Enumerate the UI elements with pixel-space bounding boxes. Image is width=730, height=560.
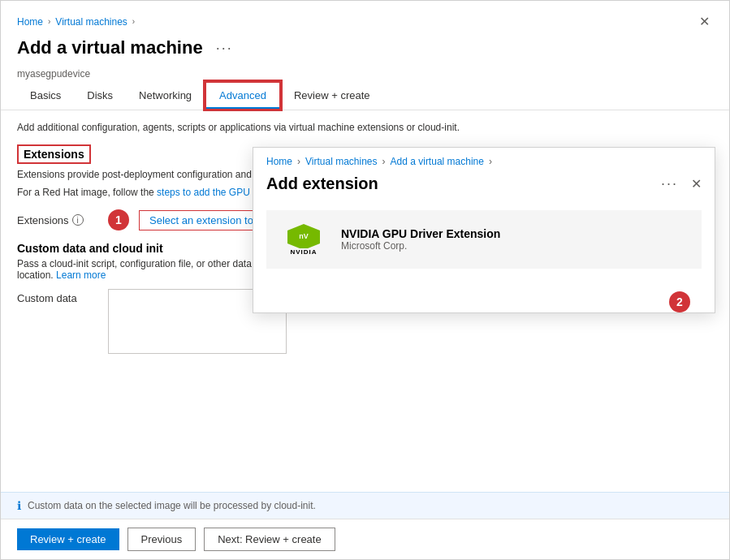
page-ellipsis-button[interactable]: ··· (211, 38, 238, 58)
tab-review[interactable]: Review + create (281, 81, 383, 110)
page-title: Add a virtual machine (17, 37, 203, 58)
svg-text:nV: nV (299, 232, 309, 240)
overlay-panel: Home › Virtual machines › Add a virtual … (253, 147, 715, 313)
extension-info: NVIDIA GPU Driver Extension Microsoft Co… (341, 227, 500, 252)
breadcrumb-vms[interactable]: Virtual machines (55, 16, 127, 28)
overlay-actions: ··· ✕ (656, 174, 702, 194)
info-bar-icon: ℹ (17, 499, 21, 512)
next-button[interactable]: Next: Review + create (204, 528, 335, 551)
custom-data-label: Custom data (17, 289, 98, 304)
breadcrumb-sep2: › (132, 17, 135, 26)
step2-badge: 2 (669, 291, 690, 312)
page-header: Add a virtual machine ··· (1, 32, 729, 68)
previous-button[interactable]: Previous (127, 528, 197, 551)
main-window: Home › Virtual machines › ✕ Add a virtua… (0, 0, 730, 560)
overlay-ellipsis-button[interactable]: ··· (656, 174, 683, 194)
overlay-title: Add extension (266, 174, 378, 193)
nvidia-logo: nV NVIDIA (279, 222, 328, 257)
tabs-bar: Basics Disks Networking Advanced Review … (1, 81, 729, 110)
footer: Review + create Previous Next: Review + … (1, 519, 729, 559)
tab-networking[interactable]: Networking (126, 81, 205, 110)
advanced-description: Add additional configuration, agents, sc… (17, 122, 713, 133)
top-bar: Home › Virtual machines › ✕ (1, 1, 729, 32)
overlay-breadcrumb-home[interactable]: Home (266, 156, 292, 167)
extensions-field-label: Extensions i (17, 214, 98, 226)
extension-item[interactable]: nV NVIDIA NVIDIA GPU Driver Extension Mi… (266, 210, 702, 269)
review-create-button[interactable]: Review + create (17, 528, 119, 550)
learn-more-link[interactable]: Learn more (56, 269, 106, 281)
page-subtitle: myasegpudevice (1, 68, 729, 81)
overlay-breadcrumb-vms[interactable]: Virtual machines (305, 156, 378, 167)
nvidia-text: NVIDIA (290, 248, 317, 256)
nvidia-icon: nV (287, 224, 320, 248)
tab-advanced[interactable]: Advanced (205, 81, 281, 110)
tab-disks[interactable]: Disks (74, 81, 126, 110)
extension-name: NVIDIA GPU Driver Extension (341, 227, 500, 240)
extensions-section-label: Extensions (17, 144, 91, 164)
breadcrumb-home[interactable]: Home (17, 16, 43, 28)
breadcrumb: Home › Virtual machines › (17, 16, 135, 28)
extensions-info-icon[interactable]: i (72, 214, 84, 226)
close-button[interactable]: ✕ (696, 11, 713, 32)
overlay-breadcrumb: Home › Virtual machines › Add a virtual … (253, 148, 715, 167)
step1-badge: 1 (108, 209, 129, 230)
extension-company: Microsoft Corp. (341, 240, 500, 252)
info-bar: ℹ Custom data on the selected image will… (1, 492, 729, 519)
overlay-breadcrumb-add-vm[interactable]: Add a virtual machine (391, 156, 484, 167)
info-bar-text: Custom data on the selected image will b… (28, 500, 316, 511)
tab-basics[interactable]: Basics (17, 81, 74, 110)
overlay-header: Add extension ··· ✕ (253, 167, 715, 204)
breadcrumb-sep1: › (48, 17, 50, 26)
step2-container: 2 (253, 288, 715, 312)
gpu-info-text-before: For a Red Hat image, follow the (17, 187, 154, 198)
overlay-close-button[interactable]: ✕ (691, 176, 702, 192)
